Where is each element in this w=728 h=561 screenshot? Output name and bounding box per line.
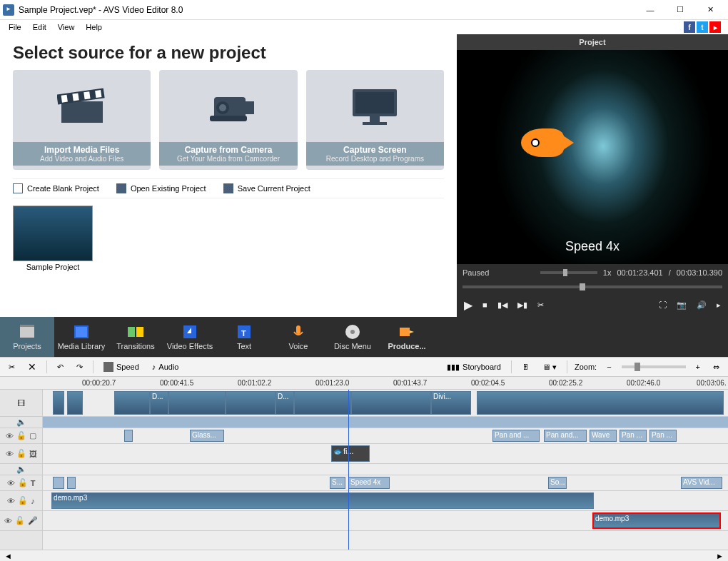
overlay-track[interactable]: 🐟fi...: [43, 444, 728, 464]
video-track[interactable]: D... D... Divi...: [43, 390, 728, 417]
cut-button[interactable]: ✂: [6, 361, 18, 373]
undo-button[interactable]: ↶: [54, 361, 66, 373]
video-clip[interactable]: [294, 391, 351, 415]
twitter-icon[interactable]: t: [697, 21, 708, 33]
speed-slider[interactable]: [540, 271, 597, 274]
menu-edit[interactable]: Edit: [27, 21, 52, 33]
speed-overlay: Speed 4x: [565, 239, 620, 254]
fx-clip[interactable]: Pan and...: [544, 430, 587, 442]
video-clip[interactable]: D...: [275, 391, 294, 415]
video-volume-head[interactable]: 🔈: [0, 417, 42, 428]
text-track[interactable]: S... Speed 4x So... AVS Vid...: [43, 475, 728, 491]
audio-track-head[interactable]: 👁🔓♪: [0, 491, 42, 511]
delete-button[interactable]: ✕: [25, 360, 39, 374]
fx-clip[interactable]: Glass...: [190, 430, 224, 442]
overlay-volume-track[interactable]: [43, 464, 728, 475]
text-clip[interactable]: S...: [330, 477, 345, 489]
tab-projects[interactable]: Projects: [0, 317, 54, 357]
facebook-icon[interactable]: f: [684, 21, 695, 33]
fx-clip[interactable]: Pan and ...: [492, 430, 540, 442]
play-button[interactable]: ▶: [464, 298, 472, 312]
video-clip[interactable]: [477, 391, 724, 415]
redo-button[interactable]: ↷: [74, 361, 86, 373]
tab-media-library[interactable]: Media Library: [54, 317, 108, 357]
open-existing-project[interactable]: Open Existing Project: [116, 183, 206, 193]
fx-clip[interactable]: Pan ...: [620, 430, 647, 442]
zoom-fit-button[interactable]: ⇔: [710, 361, 722, 373]
capture-screen-card[interactable]: Capture ScreenRecord Desktop and Program…: [306, 70, 444, 170]
snapshot-button[interactable]: 📷: [677, 300, 687, 310]
effects-track[interactable]: Glass... Pan and ... Pan and... Wave Pan…: [43, 428, 728, 444]
audio-clip[interactable]: demo.mp3: [51, 492, 594, 509]
zoom-out-button[interactable]: −: [604, 361, 614, 373]
text-clip[interactable]: AVS Vid...: [681, 477, 722, 489]
playhead[interactable]: [348, 390, 349, 550]
menu-help[interactable]: Help: [80, 21, 108, 33]
overlay-track-head[interactable]: 👁🔓🖼: [0, 444, 42, 464]
text-clip[interactable]: Speed 4x: [348, 477, 390, 489]
video-track-head[interactable]: 🎞: [0, 390, 42, 417]
close-button[interactable]: ✕: [695, 1, 725, 19]
display-button[interactable]: 🖥 ▾: [540, 361, 560, 373]
storyboard-button[interactable]: ▮▮▮Storyboard: [444, 361, 504, 373]
create-blank-project[interactable]: Create Blank Project: [13, 183, 99, 193]
tab-voice[interactable]: Voice: [271, 317, 325, 357]
split-button[interactable]: ✂: [537, 300, 544, 310]
video-clip[interactable]: [67, 391, 83, 415]
fx-clip[interactable]: [124, 430, 133, 442]
text-clip[interactable]: So...: [548, 477, 567, 489]
tab-text[interactable]: TText: [217, 317, 271, 357]
capture-camera-card[interactable]: Capture from CameraGet Your Media from C…: [159, 70, 297, 170]
maximize-button[interactable]: ☐: [665, 1, 695, 19]
text-track-head[interactable]: 👁🔓T: [0, 475, 42, 491]
scroll-right-button[interactable]: ►: [712, 552, 728, 560]
more-button[interactable]: ▸: [717, 300, 721, 310]
volume-button[interactable]: 🔊: [697, 300, 707, 310]
menu-file[interactable]: File: [3, 21, 27, 33]
import-media-card[interactable]: Import Media FilesAdd Video and Audio Fi…: [13, 70, 151, 170]
save-current-project[interactable]: Save Current Project: [223, 183, 310, 193]
tab-disc-menu[interactable]: Disc Menu: [325, 317, 380, 357]
voice-track-head[interactable]: 👁🔓🎤: [0, 511, 42, 531]
video-clip[interactable]: Divi...: [431, 391, 471, 415]
stop-button[interactable]: ■: [482, 300, 487, 309]
tab-transitions[interactable]: Transitions: [108, 317, 163, 357]
video-clip[interactable]: [351, 391, 431, 415]
voice-clip[interactable]: demo.mp3: [592, 512, 721, 529]
produce-icon: [398, 323, 415, 340]
video-clip[interactable]: [114, 391, 150, 415]
video-clip[interactable]: [226, 391, 275, 415]
overlay-volume-head[interactable]: 🔈: [0, 464, 42, 475]
text-clip[interactable]: [67, 477, 76, 489]
fx-clip[interactable]: Pan ...: [649, 430, 677, 442]
seek-bar[interactable]: [462, 285, 722, 288]
zoom-slider[interactable]: [622, 365, 686, 368]
tab-video-effects[interactable]: Video Effects: [163, 317, 217, 357]
effects-track-head[interactable]: 👁🔓▢: [0, 428, 42, 444]
project-thumb[interactable]: Sample Project: [13, 206, 93, 271]
text-clip[interactable]: [53, 477, 64, 489]
tab-produce[interactable]: Produce...: [380, 317, 434, 357]
timeline-ruler[interactable]: 00:00:20.7 00:00:41.5 00:01:02.2 00:01:2…: [0, 377, 728, 390]
fullscreen-button[interactable]: ⛶: [659, 300, 667, 309]
menu-view[interactable]: View: [52, 21, 81, 33]
video-clip[interactable]: [53, 391, 64, 415]
preview-tab[interactable]: Project: [457, 34, 728, 50]
zoom-in-button[interactable]: +: [693, 361, 703, 373]
speed-button[interactable]: Speed: [101, 360, 142, 373]
video-clip[interactable]: D...: [150, 391, 168, 415]
svg-rect-18: [76, 327, 87, 337]
voice-track[interactable]: demo.mp3: [43, 511, 728, 531]
video-volume-track[interactable]: [43, 417, 728, 428]
video-clip[interactable]: [168, 391, 226, 415]
minimize-button[interactable]: —: [635, 1, 665, 19]
prev-frame-button[interactable]: ▮◀: [497, 300, 507, 310]
audio-button[interactable]: ♪Audio: [149, 361, 182, 373]
scroll-left-button[interactable]: ◄: [0, 552, 16, 560]
youtube-icon[interactable]: ▸: [709, 21, 721, 33]
fx-clip[interactable]: Wave: [590, 430, 617, 442]
overlay-clip[interactable]: 🐟fi...: [331, 445, 370, 462]
audio-track[interactable]: demo.mp3: [43, 491, 728, 511]
volume-mixer-button[interactable]: 🎚: [519, 361, 532, 373]
next-frame-button[interactable]: ▶▮: [517, 300, 527, 310]
